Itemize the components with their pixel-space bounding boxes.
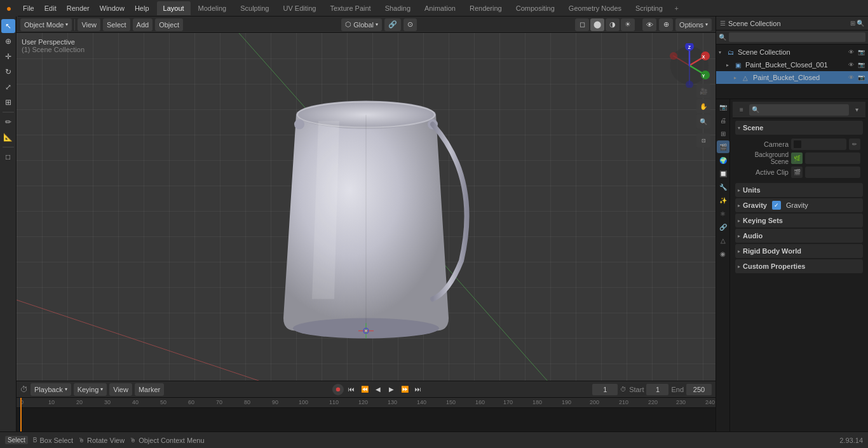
prop-icon-world[interactable]: 🌍	[717, 154, 729, 166]
camera-edit-btn[interactable]: ✏	[849, 139, 860, 150]
bucket-camera[interactable]: 📷	[857, 74, 865, 81]
tab-animation[interactable]: Animation	[418, 1, 462, 15]
local-view-btn[interactable]: ⊡	[696, 133, 710, 147]
shading-material-btn[interactable]: ◑	[606, 18, 620, 31]
gravity-checkbox[interactable]: ✓	[772, 201, 781, 210]
tab-texture-paint[interactable]: Texture Paint	[323, 1, 377, 15]
menu-render[interactable]: Render	[62, 0, 95, 16]
bucket-001-camera[interactable]: 📷	[857, 62, 865, 68]
outliner-item-bucket-001[interactable]: ▸ ▣ Paint_Bucket_Closed_001 👁 📷	[716, 58, 868, 71]
camera-value[interactable]	[791, 139, 846, 150]
prop-icon-constraints[interactable]: 🔗	[717, 221, 729, 233]
menu-help[interactable]: Help	[130, 0, 154, 16]
snap-btn[interactable]: 🔗	[384, 18, 401, 31]
tab-shading[interactable]: Shading	[379, 1, 417, 15]
tool-scale[interactable]: ⤢	[1, 80, 15, 94]
prop-icon-data[interactable]: △	[717, 234, 729, 247]
view-menu-btn[interactable]: View	[78, 18, 100, 31]
prop-icon-render[interactable]: 📷	[717, 100, 729, 113]
tool-measure[interactable]: 📐	[1, 130, 15, 144]
outliner-search-input[interactable]	[729, 32, 865, 42]
add-workspace-tab[interactable]: +	[670, 2, 683, 15]
gizmo-btn[interactable]: ⊕	[659, 18, 673, 31]
options-btn[interactable]: Options ▾	[675, 18, 712, 31]
jump-end-btn[interactable]: ⏭	[412, 384, 424, 395]
keying-btn[interactable]: Keying ▾	[74, 383, 107, 396]
object-mode-btn[interactable]: Object Mode ▾	[20, 18, 72, 31]
menu-edit[interactable]: Edit	[39, 0, 62, 16]
marker-btn[interactable]: Marker	[135, 383, 164, 396]
shading-solid-btn[interactable]: ⬤	[590, 18, 604, 31]
timeline-scrubber[interactable]	[20, 398, 22, 431]
active-clip-value[interactable]	[805, 166, 860, 178]
tool-move[interactable]: ✛	[1, 50, 15, 64]
shading-wireframe-btn[interactable]: ◻	[575, 18, 589, 31]
prop-icon-particles[interactable]: ✨	[717, 194, 729, 207]
proportional-edit-btn[interactable]: ⊙	[403, 18, 417, 31]
transform-orientation-btn[interactable]: ⬡ Global ▾	[341, 18, 382, 31]
outliner-search-btn[interactable]: 🔍	[857, 20, 864, 27]
tool-add-cube[interactable]: □	[1, 150, 15, 164]
menu-file[interactable]: File	[18, 0, 39, 16]
prop-icon-object[interactable]: 🔲	[717, 167, 729, 180]
tool-rotate[interactable]: ↻	[1, 65, 15, 79]
zoom-btn[interactable]: 🔍	[696, 114, 710, 128]
audio-section-header[interactable]: ▸ Audio	[735, 229, 863, 243]
tool-annotate[interactable]: ✏	[1, 115, 15, 129]
units-section-header[interactable]: ▸ Units	[735, 183, 863, 197]
menu-window[interactable]: Window	[95, 0, 130, 16]
add-menu-btn[interactable]: Add	[133, 18, 153, 31]
prop-icon-physics[interactable]: ⚛	[717, 207, 729, 220]
tool-cursor[interactable]: ⊕	[1, 34, 15, 48]
scene-collection-eye[interactable]: 👁	[846, 49, 855, 55]
tab-rendering[interactable]: Rendering	[463, 1, 508, 15]
tool-transform[interactable]: ⊞	[1, 95, 15, 109]
background-scene-value[interactable]	[805, 153, 860, 164]
overlay-btn[interactable]: 👁	[642, 18, 656, 31]
tab-scripting[interactable]: Scripting	[629, 1, 669, 15]
timeline-view-btn[interactable]: View	[109, 383, 132, 396]
timeline-track[interactable]	[17, 408, 715, 431]
viewport-3d[interactable]: User Perspective (1) Scene Collection	[17, 33, 715, 381]
bucket-eye[interactable]: 👁	[846, 74, 855, 81]
gravity-section-header[interactable]: ▸ Gravity ✓ Gravity	[735, 198, 863, 212]
camera-btn[interactable]: 🎥	[696, 84, 710, 98]
record-btn[interactable]: ⏺	[332, 384, 344, 395]
tab-sculpting[interactable]: Sculpting	[234, 1, 275, 15]
step-forward-btn[interactable]: ⏩	[399, 384, 410, 395]
select-menu-btn[interactable]: Select	[103, 18, 130, 31]
prop-icon-material[interactable]: ◉	[717, 247, 729, 260]
timeline-ruler[interactable]: 0 10 20 30 40 50 60 70 80 90 100 110 120…	[17, 398, 715, 431]
active-clip-icon[interactable]: 🎬	[791, 166, 803, 178]
rigid-body-section-header[interactable]: ▸ Rigid Body World	[735, 244, 863, 258]
shading-render-btn[interactable]: ☀	[621, 18, 635, 31]
tab-compositing[interactable]: Compositing	[510, 1, 561, 15]
scene-collection-camera[interactable]: 📷	[857, 49, 865, 55]
prop-filter-icon[interactable]: ≡	[735, 104, 748, 116]
custom-section-header[interactable]: ▸ Custom Properties	[735, 259, 863, 273]
outliner-filter-btn[interactable]: ⊞	[850, 20, 855, 27]
play-btn[interactable]: ▶	[386, 384, 397, 395]
keying-section-header[interactable]: ▸ Keying Sets	[735, 214, 863, 227]
hand-btn[interactable]: ✋	[696, 99, 710, 113]
bucket-001-eye[interactable]: 👁	[846, 62, 855, 68]
tab-layout[interactable]: Layout	[157, 1, 191, 15]
end-frame[interactable]: 250	[686, 384, 712, 395]
step-back-btn[interactable]: ⏪	[359, 384, 370, 395]
object-menu-btn[interactable]: Object	[155, 18, 183, 31]
tab-uv-editing[interactable]: UV Editing	[276, 1, 322, 15]
prop-options-icon[interactable]: ▾	[850, 104, 863, 116]
prop-icon-modifier[interactable]: 🔧	[717, 180, 729, 193]
jump-start-btn[interactable]: ⏮	[346, 384, 357, 395]
prop-search[interactable]: 🔍	[749, 104, 849, 116]
outliner-item-scene-collection[interactable]: ▾ 🗂 Scene Collection 👁 📷	[716, 46, 868, 58]
scene-section-header[interactable]: ▾ Scene	[735, 121, 863, 135]
prop-icon-output[interactable]: 🖨	[717, 114, 729, 126]
playback-btn[interactable]: Playback ▾	[31, 383, 71, 396]
tab-geometry-nodes[interactable]: Geometry Nodes	[562, 1, 628, 15]
start-frame[interactable]: 1	[646, 384, 668, 395]
prop-icon-scene[interactable]: 🎬	[717, 140, 729, 153]
background-scene-icon[interactable]: 🌿	[791, 153, 803, 164]
current-frame[interactable]: 1	[592, 384, 618, 395]
play-reverse-btn[interactable]: ◀	[372, 384, 384, 395]
